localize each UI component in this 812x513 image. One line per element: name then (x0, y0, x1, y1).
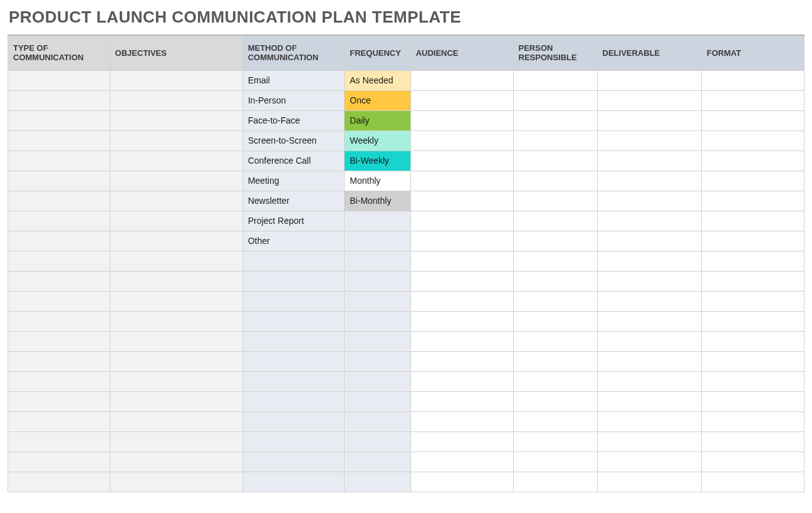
cell-deliverable[interactable] (597, 151, 702, 171)
cell-type[interactable] (8, 431, 110, 452)
cell-person[interactable] (513, 171, 597, 191)
cell-frequency[interactable] (345, 211, 410, 231)
cell-objectives[interactable] (110, 251, 242, 271)
cell-deliverable[interactable] (597, 431, 702, 452)
cell-person[interactable] (513, 271, 597, 291)
cell-format[interactable] (702, 351, 804, 371)
cell-format[interactable] (702, 90, 804, 110)
cell-audience[interactable] (410, 472, 513, 492)
cell-method[interactable] (242, 331, 345, 351)
cell-method[interactable] (242, 351, 345, 371)
cell-person[interactable] (513, 151, 597, 171)
cell-audience[interactable] (410, 391, 513, 411)
cell-format[interactable] (702, 70, 804, 90)
cell-person[interactable] (513, 371, 597, 391)
cell-audience[interactable] (410, 431, 513, 452)
cell-objectives[interactable] (110, 130, 242, 151)
cell-format[interactable] (702, 110, 804, 130)
cell-person[interactable] (513, 231, 597, 251)
cell-format[interactable] (702, 291, 804, 311)
cell-objectives[interactable] (110, 151, 242, 171)
cell-format[interactable] (702, 411, 804, 431)
cell-audience[interactable] (410, 130, 513, 151)
cell-method[interactable]: Project Report (242, 211, 345, 231)
cell-type[interactable] (8, 411, 110, 431)
cell-deliverable[interactable] (597, 130, 702, 151)
cell-method[interactable] (242, 452, 345, 472)
cell-deliverable[interactable] (597, 351, 702, 371)
cell-format[interactable] (702, 130, 804, 151)
cell-frequency[interactable]: Daily (345, 110, 410, 130)
cell-type[interactable] (8, 371, 110, 391)
cell-objectives[interactable] (110, 110, 242, 130)
cell-audience[interactable] (410, 411, 513, 431)
cell-type[interactable] (8, 110, 110, 130)
cell-audience[interactable] (410, 291, 513, 311)
cell-format[interactable] (702, 211, 804, 231)
cell-type[interactable] (8, 70, 110, 90)
cell-person[interactable] (513, 90, 597, 110)
cell-frequency[interactable]: Bi-Monthly (345, 191, 410, 211)
cell-objectives[interactable] (110, 171, 242, 191)
cell-frequency[interactable] (345, 431, 410, 452)
cell-audience[interactable] (410, 70, 513, 90)
cell-objectives[interactable] (110, 311, 242, 331)
cell-objectives[interactable] (110, 431, 242, 452)
cell-type[interactable] (8, 151, 110, 171)
cell-audience[interactable] (410, 90, 513, 110)
cell-person[interactable] (513, 251, 597, 271)
cell-type[interactable] (8, 291, 110, 311)
cell-format[interactable] (702, 391, 804, 411)
cell-audience[interactable] (410, 251, 513, 271)
cell-method[interactable]: Screen-to-Screen (242, 130, 345, 151)
cell-deliverable[interactable] (597, 411, 702, 431)
cell-objectives[interactable] (110, 90, 242, 110)
cell-frequency[interactable] (345, 251, 410, 271)
cell-person[interactable] (513, 351, 597, 371)
cell-type[interactable] (8, 351, 110, 371)
cell-frequency[interactable]: Weekly (345, 130, 410, 151)
cell-person[interactable] (513, 311, 597, 331)
cell-objectives[interactable] (110, 191, 242, 211)
cell-method[interactable]: Other (242, 231, 345, 251)
cell-method[interactable] (242, 411, 345, 431)
cell-objectives[interactable] (110, 231, 242, 251)
cell-person[interactable] (513, 391, 597, 411)
cell-format[interactable] (702, 431, 804, 452)
cell-deliverable[interactable] (597, 452, 702, 472)
cell-frequency[interactable] (345, 291, 410, 311)
cell-format[interactable] (702, 472, 804, 492)
cell-objectives[interactable] (110, 271, 242, 291)
cell-deliverable[interactable] (597, 211, 702, 231)
cell-person[interactable] (513, 411, 597, 431)
cell-deliverable[interactable] (597, 371, 702, 391)
cell-objectives[interactable] (110, 452, 242, 472)
cell-frequency[interactable] (345, 311, 410, 331)
cell-format[interactable] (702, 191, 804, 211)
cell-frequency[interactable] (345, 271, 410, 291)
cell-type[interactable] (8, 171, 110, 191)
cell-method[interactable] (242, 271, 345, 291)
cell-type[interactable] (8, 251, 110, 271)
cell-format[interactable] (702, 331, 804, 351)
cell-objectives[interactable] (110, 411, 242, 431)
cell-type[interactable] (8, 231, 110, 251)
cell-audience[interactable] (410, 271, 513, 291)
cell-type[interactable] (8, 271, 110, 291)
cell-deliverable[interactable] (597, 171, 702, 191)
cell-objectives[interactable] (110, 291, 242, 311)
cell-method[interactable] (242, 291, 345, 311)
cell-audience[interactable] (410, 231, 513, 251)
cell-deliverable[interactable] (597, 191, 702, 211)
cell-frequency[interactable] (345, 452, 410, 472)
cell-audience[interactable] (410, 110, 513, 130)
cell-type[interactable] (8, 472, 110, 492)
cell-audience[interactable] (410, 331, 513, 351)
cell-deliverable[interactable] (597, 311, 702, 331)
cell-objectives[interactable] (110, 472, 242, 492)
cell-deliverable[interactable] (597, 251, 702, 271)
cell-deliverable[interactable] (597, 110, 702, 130)
cell-person[interactable] (513, 472, 597, 492)
cell-method[interactable] (242, 251, 345, 271)
cell-method[interactable]: Meeting (242, 171, 345, 191)
